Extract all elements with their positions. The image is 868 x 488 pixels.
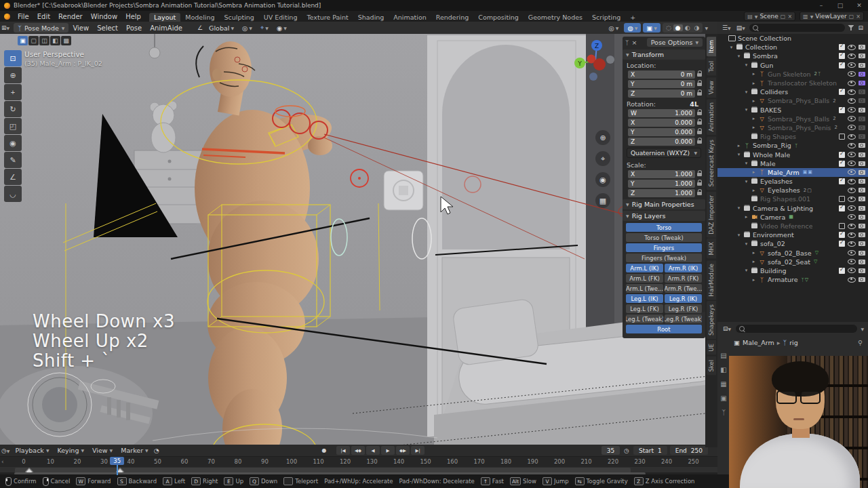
orientation-selector[interactable]: Global▼ — [205, 23, 237, 33]
blender-menu-icon[interactable] — [4, 14, 10, 20]
exclude-checkbox[interactable] — [839, 205, 845, 211]
exclude-checkbox[interactable] — [839, 241, 845, 247]
hide-eye-icon[interactable] — [848, 232, 856, 238]
mode-selector[interactable]: ᛉ Pose Mode ▼ — [14, 23, 68, 33]
menu-item[interactable]: AnimAide — [146, 24, 186, 32]
pin-icon[interactable]: ⚲ — [858, 339, 863, 346]
rig-layer-button[interactable]: Leg.R (Tweak) — [665, 314, 702, 323]
wireframe-shading[interactable]: ◌ — [664, 24, 673, 31]
sidebar-tab[interactable]: Animation — [707, 99, 716, 135]
hide-eye-icon[interactable] — [848, 268, 856, 273]
workspace-tab[interactable]: + — [625, 13, 640, 22]
disclosure-arrow-icon[interactable]: ▾ — [744, 107, 749, 113]
render-camera-icon[interactable] — [859, 224, 865, 228]
hide-eye-icon[interactable] — [848, 188, 856, 193]
scale-tool[interactable]: ◰ — [4, 118, 22, 134]
menu-item[interactable]: Edit — [33, 13, 54, 20]
hide-eye-icon[interactable] — [848, 98, 856, 104]
hide-eye-icon[interactable] — [848, 81, 856, 86]
workspace-tab[interactable]: Scripting — [587, 13, 625, 22]
hide-eye-icon[interactable] — [848, 143, 856, 148]
transform-tool[interactable]: ◉ — [4, 135, 22, 151]
transform-value-row[interactable]: Z1.000 — [623, 188, 705, 198]
menu-item[interactable]: Render — [54, 13, 87, 20]
rig-layer-button[interactable]: Leg.L (IK) — [626, 294, 663, 303]
pose-tool[interactable]: ◡ — [4, 186, 22, 202]
exclude-checkbox[interactable] — [839, 107, 845, 113]
disclosure-arrow-icon[interactable]: ▸ — [751, 169, 756, 175]
render-camera-icon[interactable] — [859, 215, 865, 220]
exclude-checkbox[interactable] — [839, 196, 845, 202]
outliner-row[interactable]: ▾ BAKES — [717, 106, 868, 115]
clear-icon[interactable]: × — [631, 39, 637, 46]
next-keyframe-button[interactable]: ◆▶ — [396, 446, 410, 455]
zoom-button[interactable]: ⊕ — [595, 130, 610, 145]
outliner-row[interactable]: Scene Collection — [717, 34, 868, 43]
render-camera-icon[interactable] — [859, 81, 865, 85]
hide-eye-icon[interactable] — [848, 259, 856, 264]
outliner-row[interactable]: ▾ Camera & Lighting — [717, 204, 868, 213]
breadcrumb-object[interactable]: Male_Arm — [743, 339, 774, 346]
rig-layer-button[interactable]: Arm.L (IK) — [626, 264, 663, 272]
hide-eye-icon[interactable] — [848, 54, 856, 59]
outliner-row[interactable]: ▾ Environment — [717, 230, 868, 239]
cursor-tool[interactable]: ⊕ — [4, 67, 22, 83]
disclosure-arrow-icon[interactable]: ▾ — [729, 45, 734, 50]
hide-eye-icon[interactable] — [848, 71, 856, 77]
outliner-row[interactable]: ▾ Sombra — [717, 52, 868, 60]
rig-layer-button[interactable]: Fingers — [626, 243, 702, 252]
jump-to-end-button[interactable]: ▶| — [411, 446, 425, 455]
outliner-row[interactable]: ▸ sofa_02_Base ▽ — [717, 249, 868, 258]
workspace-tab[interactable]: Layout — [149, 13, 180, 22]
outliner-row[interactable]: Rig Shapes.001 — [717, 195, 868, 203]
exclude-checkbox[interactable] — [839, 53, 845, 59]
hide-eye-icon[interactable] — [848, 152, 856, 157]
render-camera-icon[interactable] — [859, 161, 865, 166]
hide-eye-icon[interactable] — [848, 45, 856, 50]
rig-layer-button[interactable]: Arm.L (Twe... — [626, 284, 663, 293]
outliner-row[interactable]: Rig Shapes — [717, 132, 868, 141]
outliner-row[interactable]: ▸ Sombra_Rig ᛉ — [717, 141, 868, 150]
outliner-row[interactable]: ▾ sofa_02 — [717, 239, 868, 248]
transform-value-row[interactable]: Y0.000 — [623, 127, 705, 137]
exclude-checkbox[interactable] — [839, 178, 845, 184]
transform-value-row[interactable]: Z0.000 — [623, 137, 705, 146]
disclosure-arrow-icon[interactable]: ▸ — [751, 116, 756, 121]
disclosure-arrow-icon[interactable]: ▸ — [751, 71, 756, 77]
value-slider[interactable]: Y1.000 — [628, 180, 695, 188]
render-camera-icon[interactable] — [859, 206, 865, 211]
render-camera-icon[interactable] — [859, 45, 865, 49]
render-camera-icon[interactable] — [859, 260, 865, 264]
exclude-checkbox[interactable] — [839, 232, 845, 238]
lock-icon[interactable] — [697, 121, 702, 125]
shading-dropdown-icon[interactable]: ▼ — [705, 26, 708, 30]
select-mode-button[interactable]: ▢ — [28, 36, 39, 45]
rig-layer-button[interactable]: Arm.R (IK) — [665, 264, 702, 272]
disclosure-arrow-icon[interactable]: ▸ — [751, 188, 756, 193]
disclosure-arrow-icon[interactable]: ▾ — [744, 179, 749, 184]
outliner-search-input[interactable] — [749, 24, 846, 32]
render-camera-icon[interactable] — [859, 277, 865, 282]
sidebar-tab[interactable]: Skel — [707, 357, 716, 375]
transform-value-row[interactable]: Y1.000 — [623, 179, 705, 188]
sidebar-tab[interactable]: HairModule — [707, 260, 716, 300]
rig-layer-button[interactable]: Root — [626, 325, 702, 333]
outliner-row[interactable]: ▸ Male_Arm ▣▣ — [717, 168, 868, 177]
render-camera-icon[interactable] — [859, 98, 865, 103]
transform-panel-header[interactable]: ▼Transform — [623, 49, 705, 60]
disclosure-arrow-icon[interactable]: ▾ — [744, 89, 749, 95]
minimize-button[interactable]: – — [812, 0, 830, 11]
outliner-row[interactable]: ▸ Armature ᛉ▽ — [717, 275, 868, 284]
workspace-tab[interactable]: Rendering — [431, 13, 474, 22]
exclude-checkbox[interactable] — [839, 44, 845, 50]
transform-value-row[interactable]: X0.000 — [623, 118, 705, 127]
editor-type-icon[interactable]: ⊞▼ — [0, 24, 11, 31]
lock-icon[interactable] — [697, 73, 702, 77]
outliner-row[interactable]: ▸ Sombra_Phys_Balls 2 — [717, 96, 868, 105]
hide-eye-icon[interactable] — [848, 62, 856, 68]
render-camera-icon[interactable] — [859, 143, 865, 148]
rig-layer-button[interactable]: Fingers (Tweak) — [626, 253, 702, 262]
render-camera-icon[interactable] — [859, 197, 865, 201]
data-tab-icon[interactable]: ᛉ — [722, 409, 726, 416]
sidebar-tab[interactable]: Screencast Keys — [707, 136, 716, 190]
